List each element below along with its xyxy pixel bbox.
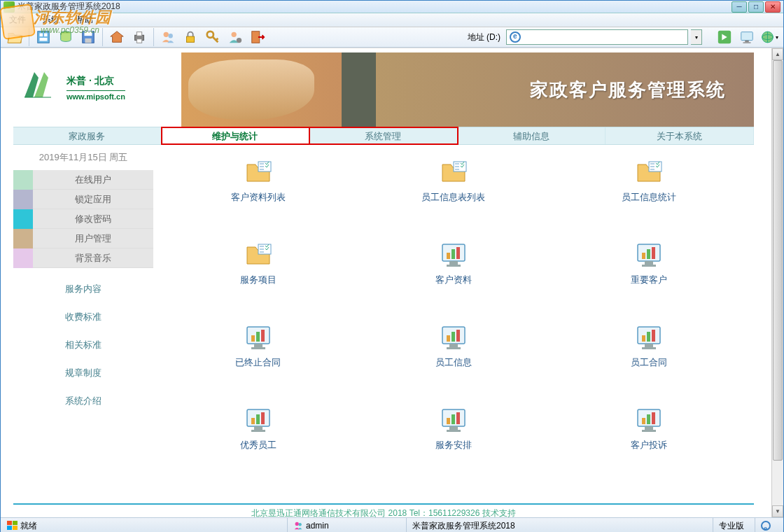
folder-list-icon xyxy=(635,159,663,187)
window-title: 米普家政服务管理系统2018 xyxy=(18,1,732,13)
tb-user-gear-icon[interactable] xyxy=(225,27,245,47)
grid-label: 重要客户 xyxy=(607,274,691,286)
tb-exit-icon[interactable] xyxy=(248,27,267,47)
ie-icon xyxy=(510,31,521,43)
grid-label: 优秀员工 xyxy=(216,439,300,451)
page-footer: 北京昱迅正通网络通信技术有限公司 2018 Tel：15611229326 技术… xyxy=(13,503,754,517)
tb-go-icon[interactable] xyxy=(715,27,734,47)
grid-item-3-0[interactable]: 优秀员工 xyxy=(216,407,300,451)
menu-system[interactable]: 系统 xyxy=(37,13,65,27)
side-item-4[interactable]: 背景音乐 xyxy=(13,248,153,268)
side-item-1[interactable]: 锁定应用 xyxy=(13,190,153,209)
logo-title: 米普 · 北京 xyxy=(66,75,125,91)
status-app: 米普家政服务管理系统2018 xyxy=(412,518,515,533)
tb-monitor-icon[interactable] xyxy=(737,27,757,47)
grid-label: 已终止合同 xyxy=(216,356,300,369)
tb-lock-icon[interactable] xyxy=(181,27,200,47)
folder-list-icon xyxy=(440,159,468,187)
logo-url: www.mipsoft.cn xyxy=(66,92,125,101)
scroll-down-icon[interactable]: ▼ xyxy=(772,505,783,517)
nav-tab-3[interactable]: 辅助信息 xyxy=(458,127,606,144)
side-link-0[interactable]: 服务内容 xyxy=(13,275,153,303)
grid-item-0-2[interactable]: 员工信息统计 xyxy=(607,159,691,204)
banner-title: 家政客户服务管理系统 xyxy=(530,78,726,102)
monitor-chart-icon xyxy=(244,407,272,435)
statusbar: 就绪 admin 米普家政服务管理系统2018 专业版 e xyxy=(1,517,783,532)
grid-label: 客户投诉 xyxy=(607,439,691,451)
icon-grid: 客户资料列表员工信息表列表员工信息统计服务项目客户资料重要客户已终止合同员工信息… xyxy=(153,145,754,503)
grid-label: 员工合同 xyxy=(607,356,691,369)
minimize-button[interactable]: ─ xyxy=(732,1,747,13)
address-dropdown[interactable]: ▾ xyxy=(691,29,702,45)
monitor-chart-icon xyxy=(244,324,272,352)
menu-help[interactable]: 帮助 xyxy=(71,13,99,27)
nav-tab-0[interactable]: 家政服务 xyxy=(13,127,162,144)
status-ready: 就绪 xyxy=(20,518,37,533)
address-input[interactable] xyxy=(506,29,688,45)
nav-tab-2[interactable]: 系统管理 xyxy=(309,127,458,144)
side-link-2[interactable]: 相关标准 xyxy=(13,331,153,359)
grid-item-1-0[interactable]: 服务项目 xyxy=(216,241,300,286)
grid-item-0-0[interactable]: 客户资料列表 xyxy=(216,159,300,204)
address-label: 地址 (D:) xyxy=(468,31,500,43)
tb-users-icon[interactable] xyxy=(158,27,178,47)
logo-icon xyxy=(20,65,59,104)
nav-tab-4[interactable]: 关于本系统 xyxy=(606,127,754,144)
monitor-chart-icon xyxy=(635,407,663,435)
banner: 家政客户服务管理系统 xyxy=(181,52,754,127)
tb-key-icon[interactable] xyxy=(203,27,223,47)
app-icon xyxy=(4,1,15,13)
monitor-chart-icon xyxy=(440,241,468,270)
monitor-chart-icon xyxy=(440,407,468,435)
grid-label: 服务项目 xyxy=(216,274,300,286)
ie-status-icon: e xyxy=(761,521,771,531)
tb-props-icon[interactable] xyxy=(34,27,53,47)
scroll-thumb[interactable] xyxy=(773,60,783,461)
menu-file[interactable]: 文件 xyxy=(4,13,31,27)
monitor-chart-icon xyxy=(635,241,663,270)
grid-label: 员工信息统计 xyxy=(607,191,691,204)
windows-flag-icon xyxy=(6,521,18,531)
tb-print-icon[interactable] xyxy=(130,27,149,47)
side-link-4[interactable]: 系统介绍 xyxy=(13,387,153,415)
nav-tabs: 家政服务维护与统计系统管理辅助信息关于本系统 xyxy=(13,127,754,145)
side-item-2[interactable]: 修改密码 xyxy=(13,209,153,229)
date-bar: 2019年11月15日 周五 xyxy=(13,145,153,170)
grid-item-2-0[interactable]: 已终止合同 xyxy=(216,324,300,369)
side-item-3[interactable]: 用户管理 xyxy=(13,229,153,248)
monitor-chart-icon xyxy=(635,324,663,352)
status-user: admin xyxy=(306,518,329,533)
folder-list-icon xyxy=(244,241,272,270)
grid-item-1-2[interactable]: 重要客户 xyxy=(607,241,691,286)
grid-item-3-1[interactable]: 服务安排 xyxy=(412,407,496,451)
titlebar: 米普家政服务管理系统2018 ─ □ ✕ xyxy=(1,1,783,13)
tb-home-icon[interactable] xyxy=(107,27,127,47)
side-link-3[interactable]: 规章制度 xyxy=(13,359,153,387)
tb-save-icon[interactable] xyxy=(78,27,98,47)
side-item-0[interactable]: 在线用户 xyxy=(13,170,153,190)
tb-db-icon[interactable] xyxy=(56,27,76,47)
scrollbar-vertical[interactable]: ▲ ▼ xyxy=(771,48,783,517)
grid-item-2-1[interactable]: 员工信息 xyxy=(412,324,496,369)
grid-label: 服务安排 xyxy=(412,439,496,451)
maximize-button[interactable]: □ xyxy=(748,1,764,13)
grid-label: 客户资料 xyxy=(412,274,496,286)
close-button[interactable]: ✕ xyxy=(765,1,780,13)
grid-label: 员工信息 xyxy=(412,356,496,369)
sidebar: 2019年11月15日 周五 在线用户锁定应用修改密码用户管理背景音乐 服务内容… xyxy=(13,145,153,503)
tb-open-icon[interactable] xyxy=(5,27,24,47)
scroll-up-icon[interactable]: ▲ xyxy=(772,48,783,60)
toolbar: 地址 (D:) ▾ ▾ xyxy=(1,27,783,48)
tb-globe-icon[interactable]: ▾ xyxy=(760,27,779,47)
grid-item-2-2[interactable]: 员工合同 xyxy=(607,324,691,369)
nav-tab-1[interactable]: 维护与统计 xyxy=(162,127,310,144)
menubar: 文件 系统 帮助 xyxy=(1,13,783,27)
side-link-1[interactable]: 收费标准 xyxy=(13,303,153,331)
folder-list-icon xyxy=(244,159,272,187)
monitor-chart-icon xyxy=(440,324,468,352)
grid-item-3-2[interactable]: 客户投诉 xyxy=(607,407,691,451)
grid-item-0-1[interactable]: 员工信息表列表 xyxy=(412,159,496,204)
grid-item-1-1[interactable]: 客户资料 xyxy=(412,241,496,286)
logo-box: 米普 · 北京 www.mipsoft.cn xyxy=(13,52,181,127)
status-edition: 专业版 xyxy=(719,518,744,533)
